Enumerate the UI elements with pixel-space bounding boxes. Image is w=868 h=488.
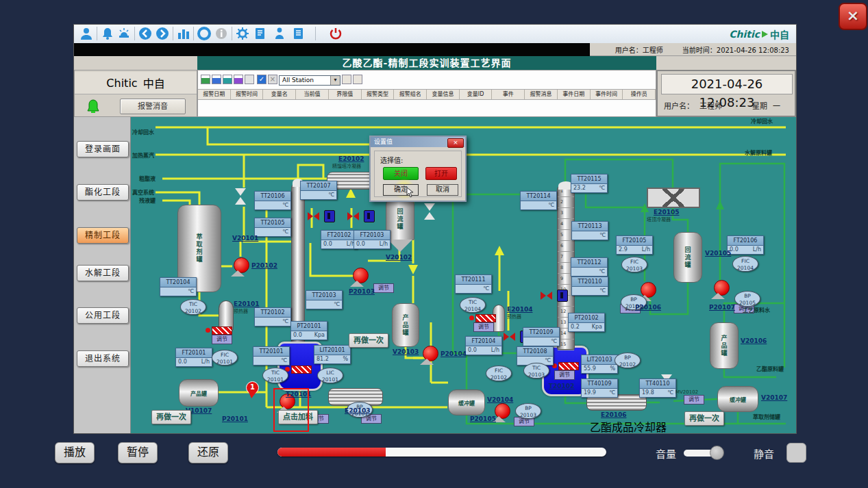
dialog-body: 选择值: 关闭 打开 确定 取消 xyxy=(374,151,462,197)
equipment-label: MV20102 xyxy=(675,389,698,395)
clear-icon[interactable]: × xyxy=(268,75,277,84)
info-icon[interactable] xyxy=(214,27,230,40)
status-bar: 用户名：工程师 当前时间：2021-04-26 12:08:23 xyxy=(590,43,796,56)
restore-button[interactable]: 还原 xyxy=(188,442,228,463)
table-teal-icon[interactable] xyxy=(223,75,232,84)
value-open-button[interactable]: 打开 xyxy=(425,167,457,180)
tag-name: FT20105 xyxy=(617,236,652,246)
tag-value-row: 81.2% xyxy=(314,355,350,363)
nav-forward-icon[interactable] xyxy=(156,27,171,40)
datetime-display: 2021-04-26 12:08:23 xyxy=(661,74,793,94)
tag-name: TT20107 xyxy=(301,181,336,191)
settings-icon[interactable] xyxy=(236,27,251,40)
dialog-close-button[interactable]: × xyxy=(447,138,464,148)
equipment-label: 塔顶冷凝器 xyxy=(647,216,671,222)
bar-chart-icon[interactable] xyxy=(177,27,192,40)
flow-arrow xyxy=(716,201,724,209)
regulate-button[interactable]: 调节 xyxy=(684,395,704,404)
tag-name: FT20101 xyxy=(176,348,212,358)
report-icon[interactable] xyxy=(253,27,269,40)
mute-checkbox[interactable] xyxy=(786,443,806,463)
equipment-label: V20106 xyxy=(741,337,767,344)
table-blue-icon[interactable] xyxy=(212,75,221,84)
window-close-button[interactable]: × xyxy=(839,3,867,30)
alarm-bell-icon[interactable] xyxy=(86,99,101,114)
nav-back-icon[interactable] xyxy=(138,27,153,40)
operator-icon[interactable] xyxy=(273,27,288,40)
tag-unit: ℃ xyxy=(334,300,340,309)
instrument-tag: FT20101 0.0L/h xyxy=(175,348,212,367)
message-bar xyxy=(74,43,590,56)
controller-type: TIC xyxy=(263,370,288,376)
instrument-tag: TT40109 19.9℃ xyxy=(581,378,618,398)
progress-bar[interactable] xyxy=(277,448,606,457)
diagram-action-button[interactable]: 再做一次 xyxy=(151,410,191,424)
value-close-button[interactable]: 关闭 xyxy=(383,167,419,180)
diagram-action-button[interactable]: 再做一次 xyxy=(684,411,724,426)
sidebar-nav-button[interactable]: 精制工段 xyxy=(77,227,129,244)
equipment-label: 粗酯液 xyxy=(139,175,156,182)
equipment-label: P20102 xyxy=(251,262,277,269)
volume-knob[interactable] xyxy=(710,446,724,460)
ack-check-icon[interactable]: ✓ xyxy=(257,75,266,84)
sidebar-nav-button[interactable]: 酯化工段 xyxy=(77,184,129,201)
electric-heater-icon[interactable] xyxy=(475,314,496,322)
tag-unit: ℃ xyxy=(667,389,673,397)
pump[interactable] xyxy=(421,346,439,365)
tag-value-row: ℃ xyxy=(521,201,556,209)
instrument-tag: TT20110 ℃ xyxy=(571,277,608,296)
tag-value: 0.0 xyxy=(323,240,332,248)
sidebar-nav-button[interactable]: 水解工段 xyxy=(77,265,129,281)
table-green-icon[interactable] xyxy=(201,75,210,84)
electric-heater-icon[interactable] xyxy=(291,365,312,374)
tag-value-row: ℃ xyxy=(255,228,290,236)
electric-heater-icon[interactable] xyxy=(212,326,232,335)
tag-unit: ℃ xyxy=(282,201,288,209)
bell-icon[interactable] xyxy=(101,27,116,40)
tag-value-row: 2.9L/h xyxy=(617,246,652,254)
tag-unit: ℃ xyxy=(599,287,606,295)
bell-small-icon[interactable] xyxy=(342,75,351,84)
sidebar-nav-button[interactable]: 退出系统 xyxy=(77,350,129,367)
user-icon[interactable] xyxy=(79,27,95,40)
stop-icon[interactable] xyxy=(197,27,212,40)
regulate-button[interactable]: 调节 xyxy=(554,370,575,380)
export-icon[interactable] xyxy=(245,75,254,84)
pause-button[interactable]: 暂停 xyxy=(118,442,158,463)
chevron-down-icon[interactable]: ▾ xyxy=(330,76,340,85)
pump[interactable] xyxy=(351,268,369,287)
sidebar-nav-button[interactable]: 公用工段 xyxy=(77,307,129,324)
regulate-button[interactable]: 调节 xyxy=(212,335,232,344)
vessel: 产品罐 xyxy=(710,322,739,369)
regulate-button[interactable]: 调节 xyxy=(473,322,494,332)
control-valve[interactable] xyxy=(308,211,335,222)
pump[interactable] xyxy=(712,280,730,299)
equipment-label: V20101 xyxy=(232,235,258,242)
cancel-button[interactable]: 取消 xyxy=(427,184,458,196)
instrument-tag: PT20101 0.0Kpa xyxy=(290,321,327,340)
tag-name: FT20102 xyxy=(321,231,357,240)
instrument-tag: PT20102 0.2Kpa xyxy=(568,313,605,332)
equipment-label: 水解原料罐 xyxy=(745,149,772,156)
control-valve[interactable] xyxy=(347,211,375,222)
pump[interactable] xyxy=(232,257,250,277)
table-purple-icon[interactable] xyxy=(234,75,243,84)
controller-bubble: BP20103 xyxy=(515,403,541,419)
tag-value: 55.9 xyxy=(584,365,596,373)
alarm-lamp-icon[interactable] xyxy=(117,27,132,40)
regulate-button[interactable]: 调节 xyxy=(373,283,394,293)
controller-number: 20104 xyxy=(733,265,758,272)
play-button[interactable]: 播放 xyxy=(55,442,95,463)
station-filter-select[interactable]: All Station ▾ xyxy=(279,75,340,86)
power-icon[interactable] xyxy=(329,27,344,40)
log-icon[interactable] xyxy=(292,27,307,40)
pump-base xyxy=(420,359,434,365)
control-valve[interactable] xyxy=(541,291,568,302)
diagram-action-button[interactable]: 再做一次 xyxy=(349,333,388,348)
instrument-tag: TT20112 ℃ xyxy=(571,257,608,277)
electric-heater-icon[interactable] xyxy=(558,362,579,370)
tag-value-row: 0.0L/h xyxy=(321,240,357,248)
sidebar-nav-button[interactable]: 登录画面 xyxy=(77,141,129,157)
lock-icon[interactable] xyxy=(353,75,362,84)
alarm-mute-button[interactable]: 报警消音 xyxy=(120,99,186,114)
